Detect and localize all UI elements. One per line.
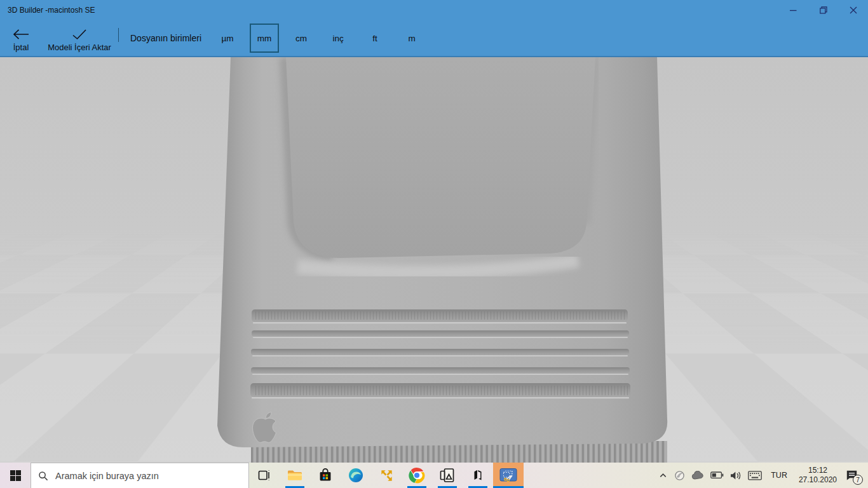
3d-viewport-canvas[interactable]: Macintosh SE Windows'u Etkinleştir Windo…: [0, 57, 868, 463]
clock[interactable]: 15:12 27.10.2020: [793, 466, 843, 485]
import-model-label: Modeli İçeri Aktar: [48, 43, 111, 52]
unit-option-um[interactable]: µm: [213, 24, 242, 53]
gold-arrows-icon: [379, 468, 395, 484]
front-vents: [250, 309, 630, 398]
check-icon: [72, 26, 87, 43]
google-chrome-icon: [409, 467, 425, 484]
restore-icon: [820, 6, 827, 14]
unit-option-cm[interactable]: cm: [287, 24, 316, 53]
search-icon: [38, 471, 48, 481]
file-units-label: Dosyanın birimleri: [130, 33, 201, 43]
close-icon: [850, 6, 857, 14]
restore-button[interactable]: [808, 0, 838, 20]
tray-battery-button[interactable]: [707, 463, 727, 488]
file-explorer-icon: [287, 467, 303, 484]
taskbar-app-file-explorer[interactable]: [280, 463, 310, 488]
speaker-icon: [730, 471, 742, 480]
microsoft-store-icon: [318, 468, 333, 483]
clock-date: 27.10.2020: [799, 475, 837, 485]
cancel-label: İptal: [13, 43, 29, 52]
keyboard-icon: [748, 471, 762, 480]
toolbar-divider: [118, 28, 119, 42]
notification-count-badge: 7: [853, 475, 863, 485]
cancel-button[interactable]: İptal: [0, 20, 42, 56]
macintosh-se-model: [0, 57, 868, 463]
taskbar-app-google-chrome[interactable]: [402, 463, 432, 488]
unit-option-m[interactable]: m: [397, 24, 426, 53]
action-center-button[interactable]: 7: [843, 463, 864, 488]
clock-time: 15:12: [799, 466, 837, 475]
tray-touch-keyboard-button[interactable]: [745, 463, 765, 488]
unit-option-mm[interactable]: mm: [250, 24, 279, 53]
back-arrow-icon: [13, 26, 29, 43]
task-view-icon: [258, 469, 271, 482]
window-title: 3D Builder -macintosh SE: [8, 6, 95, 15]
titlebar: 3D Builder -macintosh SE: [0, 0, 868, 20]
taskbar-app-3d-viewer[interactable]: [463, 463, 493, 488]
3d-builder-icon: [499, 467, 517, 484]
close-button[interactable]: [838, 0, 868, 20]
taskbar-app-3d-builder[interactable]: [493, 463, 524, 488]
tray-app-button[interactable]: [671, 463, 688, 488]
microsoft-edge-icon: [348, 467, 364, 484]
minimize-icon: [790, 7, 797, 14]
photos-icon: [439, 467, 456, 484]
tray-show-hidden-icons-button[interactable]: [655, 463, 671, 488]
tray-onedrive-button[interactable]: [688, 463, 707, 488]
taskbar-app-photos[interactable]: [432, 463, 463, 488]
system-tray: TUR 15:12 27.10.2020 7: [655, 463, 868, 488]
minimize-button[interactable]: [778, 0, 808, 20]
search-input[interactable]: [55, 471, 241, 481]
import-model-button[interactable]: Modeli İçeri Aktar: [42, 20, 117, 56]
taskbar-app-microsoft-store[interactable]: [310, 463, 341, 488]
language-indicator[interactable]: TUR: [765, 471, 793, 480]
task-view-button[interactable]: [249, 463, 280, 488]
taskbar-app-transfer-arrows[interactable]: [371, 463, 402, 488]
start-button[interactable]: [0, 463, 31, 488]
leaf-swirl-icon: [674, 470, 685, 481]
taskbar-app-microsoft-edge[interactable]: [341, 463, 371, 488]
chevron-up-icon: [658, 471, 668, 480]
unit-option-ft[interactable]: ft: [360, 24, 390, 53]
unit-option-inch[interactable]: inç: [323, 24, 353, 53]
taskbar-search[interactable]: [31, 463, 249, 488]
battery-icon: [710, 471, 724, 479]
windows-logo-icon: [10, 470, 21, 481]
3d-viewer-icon: [470, 468, 485, 483]
taskbar: TUR 15:12 27.10.2020 7: [0, 463, 868, 488]
cloud-icon: [691, 471, 704, 480]
crt-screen: [286, 57, 595, 258]
import-toolbar: İptal Modeli İçeri Aktar Dosyanın biriml…: [0, 20, 868, 57]
tray-volume-button[interactable]: [727, 463, 745, 488]
